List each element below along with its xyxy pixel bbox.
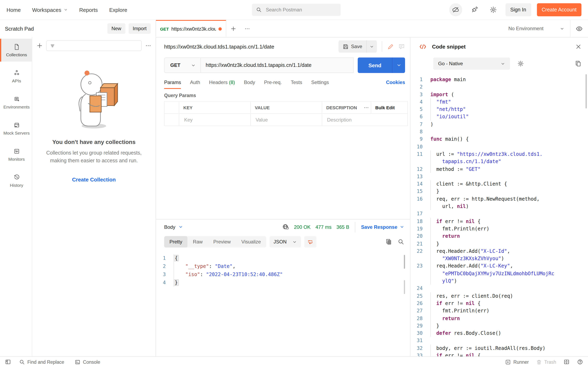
response-scrollbar-thumb[interactable] (404, 255, 405, 269)
nav-home[interactable]: Home (7, 7, 21, 13)
tab-settings[interactable]: Settings (311, 76, 329, 89)
sidebar-toggle-button[interactable] (5, 359, 11, 365)
collections-more-icon[interactable] (145, 42, 151, 49)
code-line: 13 (410, 173, 588, 180)
find-and-replace-button[interactable]: Find and Replace (19, 359, 64, 365)
snippet-scrollbar-thumb[interactable] (586, 74, 587, 108)
view-preview[interactable]: Preview (208, 236, 236, 248)
nav-explore[interactable]: Explore (109, 7, 127, 13)
chevron-down-icon (396, 63, 401, 68)
add-collection-icon[interactable] (36, 42, 43, 49)
sidebar-item-monitors[interactable]: Monitors (0, 143, 32, 166)
param-value-input[interactable] (255, 117, 318, 123)
tab-tests[interactable]: Tests (291, 76, 302, 89)
language-dropdown[interactable]: Go - Native (433, 58, 510, 70)
collections-filter[interactable] (46, 40, 142, 51)
view-pretty[interactable]: Pretty (164, 236, 188, 248)
send-button[interactable]: Send (358, 58, 392, 73)
code-line: 1{ (156, 254, 410, 262)
bulk-edit-button[interactable]: Bulk Edit (375, 105, 395, 110)
tab-auth[interactable]: Auth (190, 76, 200, 89)
code-line: 30 defer res.Body.Close() (410, 329, 588, 337)
response-time[interactable]: 477 ms (315, 224, 332, 230)
console-button[interactable]: Console (75, 359, 100, 365)
view-visualize[interactable]: Visualize (236, 236, 266, 248)
send-options-button[interactable] (392, 58, 405, 73)
tab-options-button[interactable] (240, 20, 254, 37)
response-status[interactable]: 200 OK (294, 224, 311, 230)
sidebar-item-apis[interactable]: APIs (0, 65, 32, 88)
tab-pre-request[interactable]: Pre-req. (264, 76, 282, 89)
cookies-link[interactable]: Cookies (386, 80, 405, 85)
global-search[interactable] (252, 4, 341, 16)
comments-icon[interactable] (398, 43, 405, 50)
tab-headers[interactable]: Headers (8) (209, 76, 235, 89)
url-input[interactable] (201, 62, 353, 68)
history-icon (13, 174, 20, 180)
description-cell (322, 114, 408, 126)
param-description-input[interactable] (326, 117, 403, 123)
copy-snippet-icon[interactable] (575, 60, 581, 67)
new-button[interactable]: New (107, 23, 125, 34)
code-line: 12 method := "GET" (410, 165, 588, 173)
top-right-actions: Sign In Create Account (449, 3, 581, 16)
send-button-group: Send (358, 58, 405, 73)
wrap-lines-button[interactable] (304, 236, 316, 248)
settings-button[interactable] (486, 3, 500, 16)
network-info-icon[interactable] (282, 224, 289, 230)
table-row (164, 114, 408, 126)
view-raw[interactable]: Raw (188, 236, 208, 248)
sidebar-item-collections[interactable]: Collections (0, 39, 32, 62)
response-body-dropdown[interactable]: Body (164, 224, 183, 230)
nav-reports[interactable]: Reports (79, 7, 98, 13)
two-pane-view-button[interactable] (563, 359, 570, 365)
tab-method-badge: GET (160, 26, 169, 31)
gear-icon (489, 6, 497, 13)
create-account-button[interactable]: Create Account (537, 3, 581, 16)
row-handle-header (164, 101, 179, 114)
sidebar-item-environments[interactable]: Environments (0, 91, 32, 114)
close-icon[interactable] (575, 43, 581, 50)
global-search-input[interactable] (265, 7, 330, 13)
tab-params[interactable]: Params (164, 76, 181, 89)
response-format-dropdown[interactable]: JSON (269, 236, 301, 248)
column-options-icon[interactable] (363, 105, 369, 110)
import-button[interactable]: Import (129, 23, 151, 34)
method-selector[interactable]: GET (164, 58, 200, 73)
code-snippet-editor[interactable]: 1package main23import (4 "fmt"5 "net/htt… (410, 72, 588, 356)
new-tab-button[interactable] (226, 20, 240, 37)
save-icon (342, 43, 348, 50)
postman-app: Home Workspaces Reports Explore Sign In … (0, 0, 588, 367)
tab-body[interactable]: Body (244, 76, 255, 89)
copy-response-icon[interactable] (385, 239, 392, 245)
environment-quick-look-button[interactable] (570, 20, 588, 37)
param-key-input[interactable] (183, 117, 246, 123)
interceptor-button[interactable] (468, 3, 481, 16)
save-options-button[interactable] (366, 40, 377, 53)
offline-cloud-button[interactable] (449, 3, 462, 16)
sidebar-item-mock-servers[interactable]: Mock Servers (0, 117, 32, 140)
create-collection-link[interactable]: Create Collection (72, 176, 116, 183)
rename-pencil-icon[interactable] (387, 43, 394, 50)
search-response-icon[interactable] (398, 239, 404, 245)
monitors-icon (13, 148, 20, 154)
nav-workspaces[interactable]: Workspaces (32, 7, 68, 13)
snippet-settings-icon[interactable] (517, 60, 524, 67)
empty-state-title: You don't have any collections (52, 139, 136, 145)
response-scrollbar-thumb[interactable] (404, 280, 405, 294)
response-body-editor[interactable]: 1{2 "__type": "Date",3 "iso": "2022-04-2… (156, 249, 410, 356)
help-button[interactable] (577, 359, 583, 365)
request-tab[interactable]: GET https://xw0ntz3k.clouc (156, 20, 226, 37)
request-title: https://xw0ntz3k.cloud.tds1.tapapis.cn/1… (164, 43, 338, 50)
sidebar-item-history[interactable]: History (0, 169, 32, 192)
empty-state-body: Collections let you group related reques… (43, 149, 145, 165)
response-size[interactable]: 365 B (337, 224, 349, 230)
save-button[interactable]: Save (338, 40, 366, 53)
collections-filter-input[interactable] (58, 42, 138, 49)
environment-dropdown[interactable]: No Environment (503, 26, 570, 31)
save-response-button[interactable]: Save Response (361, 224, 404, 230)
runner-button[interactable]: Runner (505, 359, 529, 365)
split-pane-icon (563, 359, 570, 365)
trash-button[interactable]: Trash (536, 359, 556, 365)
sign-in-button[interactable]: Sign In (505, 3, 531, 16)
